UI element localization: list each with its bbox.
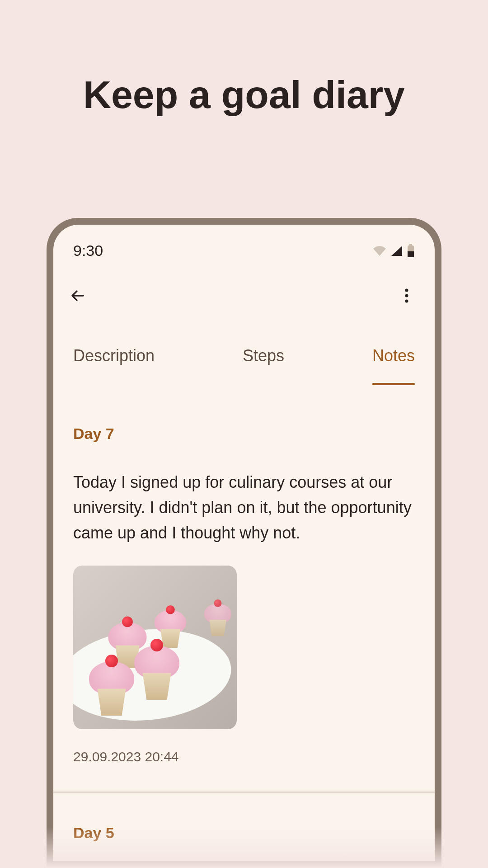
more-button[interactable]: [397, 286, 417, 306]
signal-icon: [390, 245, 403, 257]
status-icons: [372, 244, 415, 258]
status-bar: 9:30: [53, 225, 435, 264]
arrow-left-icon: [69, 287, 87, 305]
tab-notes[interactable]: Notes: [372, 346, 415, 385]
battery-icon: [407, 244, 415, 258]
more-vertical-icon: [405, 288, 408, 303]
svg-point-4: [405, 294, 408, 297]
svg-rect-0: [409, 244, 412, 245]
svg-point-3: [405, 289, 408, 292]
app-bar: [53, 264, 435, 310]
note-day-title: Day 7: [73, 425, 415, 443]
phone-frame: 9:30: [47, 218, 441, 868]
hero-title: Keep a goal diary: [0, 72, 488, 117]
back-button[interactable]: [68, 286, 88, 306]
svg-point-5: [405, 300, 408, 303]
tab-description[interactable]: Description: [73, 346, 155, 385]
notes-list: Day 7 Today I signed up for culinary cou…: [53, 385, 435, 842]
tabs: Description Steps Notes: [53, 310, 435, 385]
note-entry: Day 7 Today I signed up for culinary cou…: [73, 425, 415, 764]
note-timestamp: 29.09.2023 20:44: [73, 749, 415, 764]
note-text: Today I signed up for culinary courses a…: [73, 470, 415, 546]
wifi-icon: [372, 245, 387, 257]
note-entry: Day 5: [73, 824, 415, 842]
phone-screen: 9:30: [53, 225, 435, 861]
status-time: 9:30: [73, 242, 103, 259]
note-image[interactable]: [73, 566, 237, 729]
divider: [53, 792, 435, 793]
tab-steps[interactable]: Steps: [243, 346, 284, 385]
note-day-title: Day 5: [73, 824, 415, 842]
